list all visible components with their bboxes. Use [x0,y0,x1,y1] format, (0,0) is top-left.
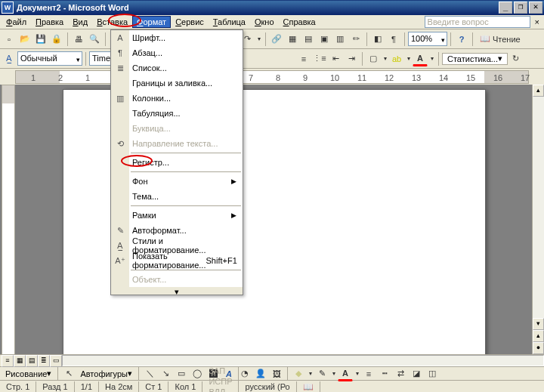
font-color-button[interactable]: A [413,51,428,66]
3d-button[interactable]: ◫ [425,366,440,381]
style-combo[interactable]: Обычный [17,51,82,66]
menu-item-стили-и-форматирование[interactable]: A̲Стили и форматирование... [111,238,243,253]
horizontal-ruler[interactable]: 121234567891011121314151617 [15,70,529,84]
read-mode-button[interactable]: 📖 Чтение [476,32,524,47]
autoshapes-button[interactable]: Автофигуры ▾ [77,368,135,380]
menu-item-фон[interactable]: Фон▶ [111,174,243,189]
scroll-track[interactable] [533,97,544,318]
menu-формат[interactable]: Формат [132,16,171,28]
menu-сервис[interactable]: Сервис [171,16,209,28]
print-view-button[interactable]: ▤ [26,355,38,367]
web-view-button[interactable]: ▦ [14,355,26,367]
status-spellcheck-icon[interactable]: 📖 [297,381,320,392]
submenu-arrow-icon: ▶ [231,177,236,185]
menu-item-автоформат[interactable]: ✎Автоформат... [111,223,243,238]
menu-item-табуляция[interactable]: Табуляция... [111,106,243,121]
bullets-button[interactable]: ⋮≡ [312,51,327,66]
menu-item-рамки[interactable]: Рамки▶ [111,208,243,223]
save-button[interactable]: 💾 [33,32,48,47]
new-doc-button[interactable]: ▫ [2,32,17,47]
line-color-dropdown[interactable]: ▾ [330,370,337,377]
menu-item-список[interactable]: ≣Список... [111,60,243,76]
hyperlink-button[interactable]: 🔗 [269,32,284,47]
menu-правка[interactable]: Правка [31,16,68,28]
minimize-button[interactable]: _ [499,2,512,14]
styles-pane-button[interactable]: A̲ [2,51,17,66]
select-objects-button[interactable]: ↖ [61,366,76,381]
normal-view-button[interactable]: ≡ [2,355,14,367]
font-color-draw-dropdown[interactable]: ▾ [354,370,360,377]
scroll-up-button[interactable]: ▴ [533,85,544,97]
menu-окно[interactable]: Окно [250,16,279,28]
columns-button[interactable]: ▥ [332,32,348,47]
ask-question-input[interactable]: Введите вопрос [425,16,530,28]
numbering-button[interactable]: ≡ [296,51,311,66]
shadow-button[interactable]: ◪ [409,366,424,381]
menu-item-абзац[interactable]: ¶Абзац... [111,45,243,60]
arrow-style-button[interactable]: ⇄ [393,366,408,381]
arrow-button[interactable]: ↘ [158,366,173,381]
expand-menu-chevron[interactable]: ▾ [111,287,243,295]
vertical-ruler[interactable] [2,85,15,366]
font-color-dropdown[interactable]: ▾ [428,55,435,62]
statistics-button[interactable]: Статистика... ▾ [442,53,508,65]
insert-picture-button[interactable]: 🖼 [269,366,284,381]
horizontal-scrollbar[interactable]: ≡ ▦ ▤ ≣ ▭ [0,354,544,366]
menu-item-границы-и-заливка[interactable]: Границы и заливка... [111,76,243,91]
status-mode-испр[interactable]: ИСПР [202,376,239,387]
zoom-combo[interactable]: 100% [408,32,447,46]
clipart-button[interactable]: 👤 [253,366,268,381]
fill-color-button[interactable]: ◆ [291,366,306,381]
prev-page-button[interactable]: ▴ [533,330,544,342]
scroll-down-button[interactable]: ▾ [533,318,544,330]
rectangle-button[interactable]: ▭ [174,366,189,381]
outline-view-button[interactable]: ≣ [38,355,50,367]
menu-файл[interactable]: Файл [2,16,31,28]
reading-view-button[interactable]: ▭ [50,355,62,367]
open-button[interactable]: 📂 [17,32,32,47]
dash-style-button[interactable]: ┅ [377,366,392,381]
vertical-scrollbar[interactable]: ▴ ▾ ▴ ● ▾ [532,85,544,366]
highlight-dropdown[interactable]: ▾ [405,55,412,62]
status-mode-вдл[interactable]: ВДЛ [202,387,239,393]
highlight-button[interactable]: ab [389,51,404,66]
border-dropdown[interactable]: ▾ [382,55,388,62]
permissions-button[interactable]: 🔒 [49,32,64,47]
menu-item-регистр[interactable]: Регистр... [111,155,243,170]
menu-item-тема[interactable]: Тема... [111,189,243,204]
menu-item-показать-форматирование[interactable]: A⁺Показать форматирование...Shift+F1 [111,253,243,268]
decrease-indent-button[interactable]: ⇤ [328,51,343,66]
doc-close-button[interactable]: × [530,17,544,26]
redo-dropdown[interactable]: ▾ [255,35,262,42]
restore-button[interactable]: ❐ [514,2,527,14]
insert-table-button[interactable]: ▤ [301,32,316,47]
fill-color-dropdown[interactable]: ▾ [307,370,314,377]
increase-indent-button[interactable]: ⇥ [344,51,359,66]
recount-button[interactable]: ↻ [508,51,524,66]
line-color-button[interactable]: ✎ [314,366,329,381]
line-style-button[interactable]: ≡ [361,366,376,381]
menu-item-колонки[interactable]: ▥Колонки... [111,91,243,106]
doc-map-button[interactable]: ◧ [370,32,385,47]
drawing-menu-button[interactable]: Рисование ▾ [2,368,54,380]
menu-таблица[interactable]: Таблица [209,16,250,28]
menu-item-шрифт[interactable]: AШрифт... [111,30,243,45]
line-button[interactable]: ＼ [142,366,157,381]
diagram-button[interactable]: ◔ [237,366,252,381]
print-button[interactable]: 🖶 [71,32,86,47]
print-preview-button[interactable]: 🔍 [87,32,102,47]
drawing-toggle-button[interactable]: ✏ [348,32,363,47]
font-color-draw-button[interactable]: A [338,366,353,381]
status-mode-зап[interactable]: ЗАП [202,366,239,376]
menu-справка[interactable]: Справка [279,16,320,28]
close-button[interactable]: ✕ [529,2,542,14]
tables-borders-button[interactable]: ▦ [285,32,300,47]
help-button[interactable]: ? [454,32,469,47]
select-browse-button[interactable]: ● [533,342,544,354]
document-area[interactable] [17,85,532,366]
show-marks-button[interactable]: ¶ [386,32,401,47]
menu-вид[interactable]: Вид [68,16,92,28]
menu-вставка[interactable]: Вставка [92,16,132,28]
excel-button[interactable]: ▣ [317,32,332,47]
outside-border-button[interactable]: ▢ [366,51,381,66]
